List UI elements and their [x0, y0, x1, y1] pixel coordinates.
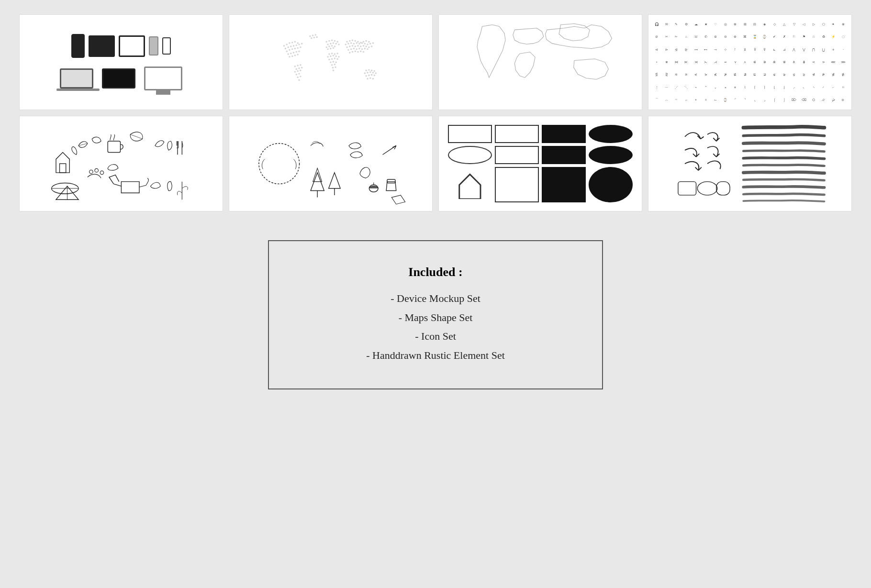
svg-point-39 [301, 67, 302, 68]
svg-point-99 [356, 42, 357, 44]
mini-icon-51: ⊼ [750, 44, 759, 55]
mini-icon-29: ⊛ [731, 31, 740, 43]
svg-point-48 [326, 41, 327, 42]
mini-icon-138: ⌭ [819, 94, 828, 106]
svg-point-97 [350, 42, 352, 44]
mini-icon-70: ⋏ [741, 56, 750, 68]
mini-icon-67: ⋌ [711, 56, 720, 68]
svg-line-149 [130, 134, 142, 139]
cell-device-mockup [19, 14, 223, 110]
mini-icon-81: ⋚ [652, 69, 661, 80]
svg-point-96 [347, 43, 349, 44]
mini-icon-121: ⌒ [652, 94, 661, 106]
info-item-1: - Device Mockup Set [307, 289, 564, 308]
shape-filled-oval-1 [589, 125, 633, 143]
mini-icon-10: ⊞ [741, 19, 750, 30]
mini-icon-88: ⋡ [721, 69, 730, 80]
svg-point-120 [358, 48, 360, 49]
world-map-dots-svg [244, 24, 418, 100]
info-item-4: - Handdrawn Rustic Element Set [307, 346, 564, 365]
svg-point-20 [290, 53, 291, 54]
svg-point-38 [298, 67, 300, 69]
svg-point-100 [358, 43, 360, 44]
svg-point-45 [297, 77, 299, 78]
mini-icon-42: ⊳ [662, 44, 671, 55]
svg-point-44 [298, 73, 300, 74]
svg-point-106 [346, 46, 348, 48]
svg-point-79 [333, 61, 334, 62]
mini-icon-91: ⋤ [750, 69, 759, 80]
svg-point-11 [298, 44, 300, 45]
svg-point-65 [328, 53, 330, 55]
image-grid: 🎧 ✉ ✎ ⚙ ☁ ★ ♡ ◎ ⊕ ⊞ ⊟ ◈ ◇ △ ▽ ◁ ▷ ⬡ ✦ ⊗ [19, 14, 852, 211]
svg-point-95 [345, 44, 346, 45]
phone-slim [149, 36, 158, 55]
svg-point-98 [353, 43, 355, 44]
shape-filled-circle-1 [589, 167, 633, 202]
svg-point-133 [374, 70, 375, 72]
mini-icon-89: ⋢ [731, 69, 740, 80]
mini-icon-24: ⌂ [682, 31, 691, 43]
mini-icon-9: ⊕ [731, 19, 740, 30]
mini-icon-19: ✦ [829, 19, 838, 30]
mini-icon-21: ⊘ [652, 31, 661, 43]
svg-point-132 [371, 69, 372, 71]
shape-outline-rect-3 [495, 146, 539, 164]
mini-icon-25: ☏ [692, 31, 701, 43]
mini-icon-48: ⊹ [721, 44, 730, 55]
mini-icon-130: ⌝ [741, 94, 750, 106]
svg-point-107 [349, 45, 350, 47]
mini-icon-119: ⌐ [829, 81, 838, 93]
mini-icon-54: ⊿ [780, 44, 789, 55]
svg-point-113 [366, 45, 367, 47]
svg-point-80 [335, 61, 337, 63]
svg-point-109 [355, 45, 356, 47]
mini-icon-128: ⌚ [721, 94, 730, 106]
svg-point-118 [353, 48, 355, 49]
mini-icon-104: ⋱ [682, 81, 691, 93]
svg-point-10 [296, 44, 297, 46]
mini-icon-12: ◈ [760, 19, 770, 30]
svg-point-74 [328, 59, 330, 60]
mini-icon-23: ✁ [672, 31, 681, 43]
mini-icon-44: ⊵ [682, 44, 691, 55]
svg-point-143 [367, 78, 368, 79]
mini-icon-7: ♡ [711, 19, 720, 30]
mini-icon-26: ✆ [702, 31, 711, 43]
shape-outline-rect-4 [495, 167, 539, 202]
svg-point-18 [300, 46, 301, 48]
svg-point-84 [335, 67, 336, 68]
svg-point-54 [330, 43, 331, 44]
svg-point-76 [334, 57, 335, 59]
svg-point-75 [331, 58, 333, 59]
mini-icon-75: ⋔ [790, 56, 799, 68]
laptop-black [102, 68, 135, 89]
cell-forest-elements [229, 116, 433, 211]
svg-point-166 [697, 182, 717, 195]
svg-point-77 [337, 58, 338, 59]
svg-point-122 [364, 48, 366, 49]
svg-point-28 [309, 35, 311, 37]
mini-icon-127: ⌙ [711, 94, 720, 106]
svg-rect-146 [59, 164, 66, 173]
mini-icon-14: △ [780, 19, 789, 30]
svg-point-141 [371, 74, 372, 76]
svg-point-64 [333, 47, 334, 49]
svg-point-144 [369, 77, 371, 78]
svg-point-3 [291, 42, 293, 43]
cell-icon-set: 🎧 ✉ ✎ ⚙ ☁ ★ ♡ ◎ ⊕ ⊞ ⊟ ◈ ◇ △ ▽ ◁ ▷ ⬡ ✦ ⊗ [648, 14, 852, 110]
mini-icon-82: ⋛ [662, 69, 671, 80]
mini-icon-83: ⋜ [672, 69, 681, 80]
svg-point-134 [364, 72, 366, 74]
svg-point-55 [333, 42, 334, 44]
svg-point-25 [291, 55, 293, 57]
mini-icon-86: ⋟ [702, 69, 711, 80]
svg-point-78 [330, 61, 331, 63]
mini-icon-6: ★ [702, 19, 711, 30]
brushstrokes-svg [654, 119, 847, 209]
svg-point-102 [364, 43, 366, 44]
svg-point-86 [346, 41, 348, 42]
shape-outline-circle-1 [448, 146, 492, 164]
svg-point-21 [293, 52, 294, 53]
mini-icon-102: ⋯ [662, 81, 671, 93]
